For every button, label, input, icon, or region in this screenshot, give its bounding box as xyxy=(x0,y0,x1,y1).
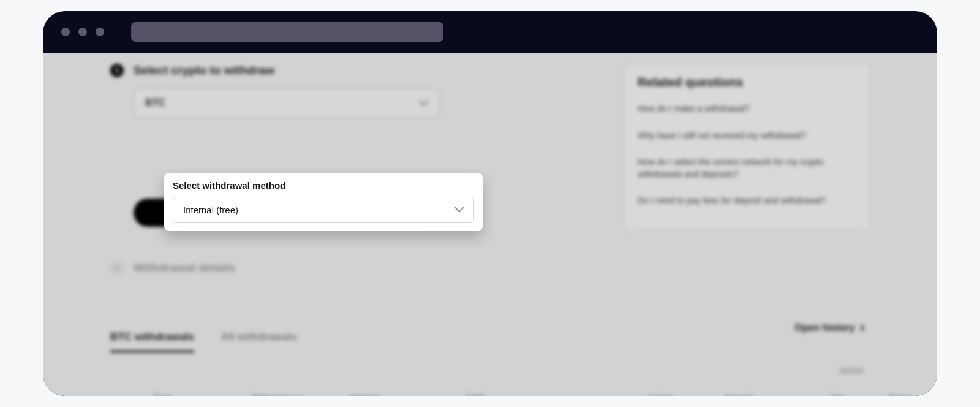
col-reference: Reference no. xyxy=(251,392,343,396)
step-1-title: Select crypto to withdraw xyxy=(134,64,274,77)
step-1-header: 1 Select crypto to withdraw xyxy=(110,64,600,77)
col-time: Time xyxy=(153,392,245,396)
open-history-link[interactable]: Open history xyxy=(794,322,864,333)
withdrawal-method-card: Select withdrawal method Internal (free) xyxy=(164,173,483,231)
col-address: Address xyxy=(349,392,459,396)
withdrawals-table-header: Time Reference no. Address TXID Crypto A… xyxy=(153,392,864,396)
window-minimize-icon[interactable] xyxy=(78,28,87,36)
withdrawal-method-value: Internal (free) xyxy=(183,205,238,215)
tab-btc-withdrawals[interactable]: BTC withdrawals xyxy=(110,331,194,352)
faq-link[interactable]: Do I need to pay fees for deposit and wi… xyxy=(638,188,857,215)
browser-window: 1 Select crypto to withdraw BTC Next 2 W… xyxy=(43,11,937,396)
chevron-right-icon xyxy=(858,324,864,331)
chevron-down-icon xyxy=(420,99,428,107)
col-txid: TXID xyxy=(466,392,588,396)
page-viewport: 1 Select crypto to withdraw BTC Next 2 W… xyxy=(43,53,937,396)
col-fee: Fee xyxy=(760,392,845,396)
step-2-title: Withdrawal details xyxy=(134,261,236,275)
chevron-down-icon xyxy=(455,205,464,214)
faq-link[interactable]: How do I select the correct network for … xyxy=(638,149,857,188)
crypto-select[interactable]: BTC xyxy=(134,88,440,118)
window-controls xyxy=(61,28,104,36)
tab-all-withdrawals[interactable]: All withdrawals xyxy=(221,331,297,352)
window-maximize-icon[interactable] xyxy=(96,28,104,36)
address-bar[interactable] xyxy=(131,22,443,42)
faq-link[interactable]: How do I make a withdrawal? xyxy=(638,96,857,123)
withdrawal-method-label: Select withdrawal method xyxy=(173,180,474,191)
window-titlebar xyxy=(43,11,937,53)
history-tabs: BTC withdrawals All withdrawals xyxy=(110,331,297,352)
faq-link[interactable]: Why have I still not received my withdra… xyxy=(638,123,857,150)
col-crypto: Crypto xyxy=(594,392,674,396)
col-status: Status xyxy=(851,392,913,396)
open-history-label: Open history xyxy=(794,322,855,333)
related-questions-panel: Related questions How do I make a withdr… xyxy=(625,64,870,230)
col-action: Action xyxy=(840,365,864,375)
step-2-header: 2 Withdrawal details xyxy=(110,261,600,275)
crypto-select-value: BTC xyxy=(145,97,165,108)
step-2-badge: 2 xyxy=(110,261,124,275)
col-amount: Amount xyxy=(680,392,753,396)
withdrawal-method-select[interactable]: Internal (free) xyxy=(173,197,474,223)
window-close-icon[interactable] xyxy=(61,28,70,36)
step-1-badge: 1 xyxy=(110,64,124,77)
history-bar: BTC withdrawals All withdrawals xyxy=(110,331,600,352)
related-questions-title: Related questions xyxy=(638,75,857,89)
